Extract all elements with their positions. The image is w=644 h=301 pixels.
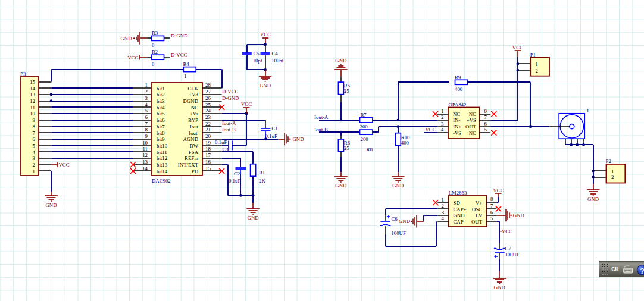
svg-text:3: 3: [33, 155, 36, 161]
svg-text:25: 25: [344, 88, 349, 94]
svg-text:GND: GND: [494, 284, 505, 290]
svg-text:7: 7: [484, 114, 487, 120]
svg-text:4: 4: [442, 215, 445, 221]
svg-text:11: 11: [30, 105, 35, 111]
svg-text:bit5: bit5: [157, 111, 165, 117]
svg-text:GND: GND: [120, 36, 132, 42]
svg-text:7: 7: [33, 130, 36, 136]
svg-text:D-VCC: D-VCC: [171, 52, 187, 58]
svg-text:GND: GND: [399, 218, 410, 224]
svg-text:1: 1: [611, 168, 614, 174]
svg-text:Iout': Iout': [189, 130, 198, 136]
svg-text:FSA: FSA: [189, 149, 199, 155]
svg-text:18: 18: [205, 146, 211, 152]
svg-text:25: 25: [344, 145, 349, 151]
svg-text:CLK: CLK: [187, 86, 198, 92]
svg-text:D-VCC: D-VCC: [222, 89, 239, 95]
svg-text:GND: GND: [260, 83, 271, 89]
svg-text:9: 9: [145, 133, 148, 139]
svg-text:3: 3: [441, 121, 444, 127]
svg-text:16: 16: [205, 159, 211, 165]
svg-text:C6: C6: [391, 216, 398, 222]
svg-text:OUT: OUT: [471, 219, 483, 225]
svg-text:21: 21: [205, 127, 211, 133]
svg-text:2: 2: [442, 203, 444, 209]
svg-text:REFin: REFin: [185, 155, 199, 161]
svg-text:C2: C2: [234, 171, 240, 177]
svg-text:200: 200: [361, 136, 369, 142]
svg-text:GND: GND: [335, 183, 346, 189]
svg-text:IN+: IN+: [453, 124, 461, 130]
svg-text:VCC: VCC: [260, 32, 271, 37]
svg-text:12: 12: [30, 98, 35, 104]
svg-text:12: 12: [142, 152, 148, 158]
svg-text:13: 13: [30, 92, 35, 98]
svg-text:VCC: VCC: [59, 162, 70, 168]
svg-text:bit11: bit11: [157, 149, 167, 155]
svg-text:100nf: 100nf: [271, 58, 284, 64]
svg-text:-VCC: -VCC: [500, 228, 512, 234]
svg-text:GND: GND: [392, 183, 404, 189]
svg-text:25: 25: [205, 102, 211, 108]
svg-text:bit6: bit6: [157, 117, 165, 123]
svg-text:bit7: bit7: [157, 124, 165, 130]
svg-text:C4: C4: [272, 51, 279, 57]
svg-text:6: 6: [490, 209, 493, 215]
svg-text:R8: R8: [367, 146, 373, 152]
svg-text:C7: C7: [505, 246, 511, 252]
svg-text:Iout-A: Iout-A: [222, 120, 236, 126]
svg-text:4: 4: [145, 102, 148, 108]
svg-text:11: 11: [143, 146, 148, 152]
svg-text:bit14: bit14: [157, 168, 168, 174]
svg-text:2: 2: [611, 174, 614, 180]
svg-text:V+: V+: [476, 200, 482, 206]
svg-text:5: 5: [490, 215, 493, 221]
svg-text:19: 19: [205, 140, 211, 146]
svg-text:3: 3: [145, 95, 148, 101]
svg-text:D-GND: D-GND: [171, 33, 187, 39]
svg-text:4: 4: [33, 149, 36, 155]
svg-text:R9: R9: [455, 74, 461, 80]
svg-text:bit10: bit10: [157, 143, 168, 149]
svg-text:SD: SD: [454, 200, 460, 206]
svg-text:4: 4: [441, 127, 444, 133]
svg-text:AGND: AGND: [183, 136, 198, 142]
svg-text:GND: GND: [587, 196, 599, 202]
svg-text:20: 20: [205, 133, 211, 139]
svg-text:+Vd: +Vd: [189, 92, 198, 98]
svg-text:P2: P2: [606, 158, 611, 164]
svg-text:P1: P1: [530, 52, 536, 58]
svg-text:8: 8: [145, 127, 148, 133]
svg-text:GND: GND: [335, 58, 346, 64]
svg-text:GND: GND: [45, 202, 57, 208]
svg-text:2: 2: [33, 162, 35, 168]
svg-text:bit12: bit12: [157, 155, 167, 161]
svg-text:1: 1: [442, 197, 444, 203]
svg-text:P3: P3: [20, 71, 26, 77]
svg-text:22: 22: [205, 121, 211, 127]
svg-text:bit2: bit2: [157, 92, 165, 98]
svg-text:200: 200: [360, 124, 368, 130]
svg-text:2: 2: [145, 89, 148, 95]
svg-text:-VS: -VS: [453, 130, 461, 136]
svg-text:6: 6: [484, 121, 487, 127]
svg-text:26: 26: [205, 95, 211, 101]
svg-text:VCC: VCC: [127, 55, 138, 61]
svg-text:GND: GND: [248, 215, 259, 221]
svg-text:400: 400: [455, 86, 463, 92]
svg-text:GND: GND: [513, 212, 524, 218]
svg-text:J: J: [587, 108, 589, 114]
svg-text:NC: NC: [469, 130, 476, 136]
svg-text:28: 28: [205, 82, 211, 88]
svg-text:14: 14: [142, 165, 148, 171]
svg-text:15: 15: [30, 79, 35, 85]
svg-text:27: 27: [205, 89, 211, 95]
svg-text:LV: LV: [476, 212, 483, 218]
svg-text:D-GND: D-GND: [222, 95, 239, 101]
svg-text:15: 15: [205, 165, 211, 171]
svg-text:PD: PD: [192, 168, 198, 174]
svg-text:R7: R7: [361, 112, 367, 118]
svg-text:5: 5: [33, 143, 36, 149]
svg-text:-VCC: -VCC: [424, 127, 436, 133]
svg-text:Iout-B: Iout-B: [222, 127, 236, 133]
